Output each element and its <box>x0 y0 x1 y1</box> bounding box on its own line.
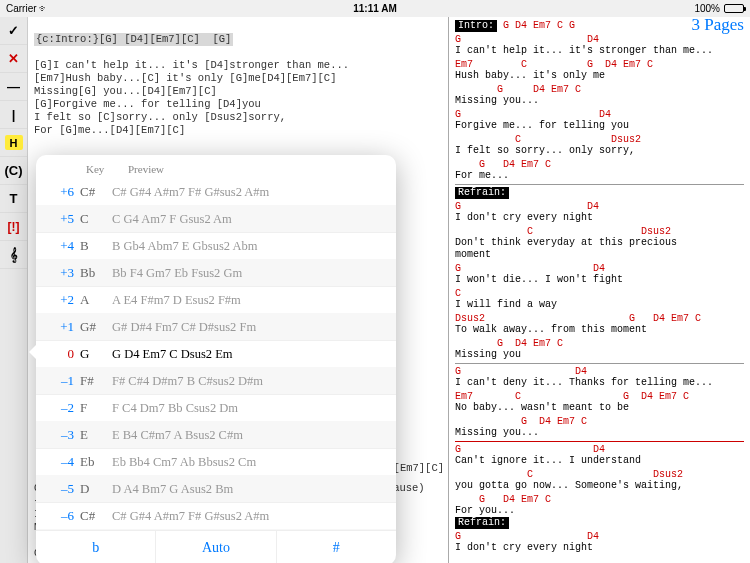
chord-line: G D4 <box>455 109 744 120</box>
editor-line-intro[interactable]: {c:Intro:}[G] [D4][Em7][C] [G] <box>34 33 233 46</box>
red-divider <box>455 441 744 442</box>
editor-fragment: [Em7][C] <box>394 462 444 475</box>
transpose-row[interactable]: +6C#C# G#4 A#m7 F# G#sus2 A#m <box>36 179 396 206</box>
transpose-row[interactable]: –2FF C4 Dm7 Bb Csus2 Dm <box>36 395 396 422</box>
chord-line: Dsus2 G D4 Em7 C <box>455 313 744 324</box>
divider <box>455 184 744 185</box>
lyric-line: I will find a way <box>455 299 744 311</box>
chord-line: G D4 Em7 C <box>455 84 744 95</box>
lyric-line: I won't die... I won't fight <box>455 274 744 286</box>
cancel-button[interactable]: ✕ <box>0 45 27 73</box>
transpose-row[interactable]: –5DD A4 Bm7 G Asus2 Bm <box>36 476 396 503</box>
pages-label[interactable]: 3 Pages <box>692 19 744 31</box>
lyric-line: Don't think everyday at this precious <box>455 237 744 249</box>
chord-line: G D4 <box>455 201 744 212</box>
transpose-header: Key Preview <box>36 161 396 179</box>
status-bar: Carrier ᯤ 11:11 AM 100% <box>0 0 750 17</box>
transpose-row[interactable]: +5CC G4 Am7 F Gsus2 Am <box>36 206 396 233</box>
chord-line: G D4 Em7 C <box>455 338 744 349</box>
staff-button[interactable]: 𝄞 <box>0 241 27 269</box>
toolbar-sidebar: ✓ ✕ — | H (C) T [!] 𝄞 <box>0 17 28 563</box>
song-preview: ▷ 3 Pages Intro: G D4 Em7 C G G D4I can'… <box>448 17 750 563</box>
hr-button[interactable]: — <box>0 73 27 101</box>
lyric-line: No baby... wasn't meant to be <box>455 402 744 414</box>
clock: 11:11 AM <box>353 3 397 14</box>
chord-line: C <box>455 288 744 299</box>
battery-percent: 100% <box>694 3 720 14</box>
chord-line: G D4 <box>455 34 744 45</box>
lyric-line: moment <box>455 249 744 261</box>
chord-line: G D4 <box>455 444 744 455</box>
lyric-line: To walk away... from this moment <box>455 324 744 336</box>
flat-button[interactable]: b <box>36 531 156 563</box>
transpose-row[interactable]: –3EE B4 C#m7 A Bsus2 C#m <box>36 422 396 449</box>
transpose-row[interactable]: 0GG D4 Em7 C Dsus2 Em <box>36 341 396 368</box>
transpose-row[interactable]: +3BbBb F4 Gm7 Eb Fsus2 Gm <box>36 260 396 287</box>
transpose-row[interactable]: +4BB Gb4 Abm7 E Gbsus2 Abm <box>36 233 396 260</box>
lyric-line: I felt so sorry... only sorry, <box>455 145 744 157</box>
transpose-popover: Key Preview +6C#C# G#4 A#m7 F# G#sus2 A#… <box>36 155 396 563</box>
transpose-row[interactable]: +1G#G# D#4 Fm7 C# D#sus2 Fm <box>36 314 396 341</box>
lyric-line: For me... <box>455 170 744 182</box>
divider <box>455 363 744 364</box>
wifi-icon: ᯤ <box>39 3 49 14</box>
refrain-label-2: Refrain: <box>455 517 509 529</box>
sharp-button[interactable]: # <box>277 531 396 563</box>
bar-button[interactable]: | <box>0 101 27 129</box>
lyric-line: For you... <box>455 505 744 517</box>
chord-line: G D4 Em7 C <box>455 159 744 170</box>
transpose-row[interactable]: +2AA E4 F#m7 D Esus2 F#m <box>36 287 396 314</box>
chord-line: G D4 <box>455 366 744 377</box>
carrier-label: Carrier ᯤ <box>6 3 49 14</box>
chord-line: Em7 C G D4 Em7 C <box>455 59 744 70</box>
lyric-line: I don't cry every night <box>455 542 744 554</box>
transpose-row[interactable]: –4EbEb Bb4 Cm7 Ab Bbsus2 Cm <box>36 449 396 476</box>
accept-button[interactable]: ✓ <box>0 17 27 45</box>
chord-line: C Dsus2 <box>455 469 744 480</box>
lyric-line: you gotta go now... Someone's waiting, <box>455 480 744 492</box>
chord-line: G D4 <box>455 531 744 542</box>
text-button[interactable]: T <box>0 185 27 213</box>
chord-line: C Dsus2 <box>455 134 744 145</box>
chord-line: G D4 Em7 C <box>455 494 744 505</box>
battery-icon <box>724 4 744 13</box>
chord-line: Em7 C G D4 Em7 C <box>455 391 744 402</box>
chord-line: C Dsus2 <box>455 226 744 237</box>
chord-button[interactable]: (C) <box>0 157 27 185</box>
highlight-button[interactable]: H <box>0 129 27 157</box>
chord-line: G D4 <box>455 263 744 274</box>
refrain-label: Refrain: <box>455 187 509 199</box>
chord-line: G D4 Em7 C <box>455 416 744 427</box>
lyric-line: Can't ignore it... I understand <box>455 455 744 467</box>
lyric-line: Missing you <box>455 349 744 361</box>
lyric-line: Forgive me... for telling you <box>455 120 744 132</box>
warning-button[interactable]: [!] <box>0 213 27 241</box>
intro-chords: G D4 Em7 C G <box>497 20 575 31</box>
lyric-line: Missing you... <box>455 427 744 439</box>
transpose-row[interactable]: –1F#F# C#4 D#m7 B C#sus2 D#m <box>36 368 396 395</box>
auto-button[interactable]: Auto <box>156 531 276 563</box>
lyric-line: Hush baby... it's only me <box>455 70 744 82</box>
editor-body-1[interactable]: [G]I can't help it... it's [D4]stronger … <box>34 59 349 136</box>
lyric-line: Missing you... <box>455 95 744 107</box>
lyric-line: I don't cry every night <box>455 212 744 224</box>
intro-label: Intro: <box>455 20 497 32</box>
lyric-line: I can't deny it... Thanks for telling me… <box>455 377 744 389</box>
lyric-line: I can't help it... it's stronger than me… <box>455 45 744 57</box>
transpose-row[interactable]: –6C#C# G#4 A#m7 F# G#sus2 A#m <box>36 503 396 530</box>
